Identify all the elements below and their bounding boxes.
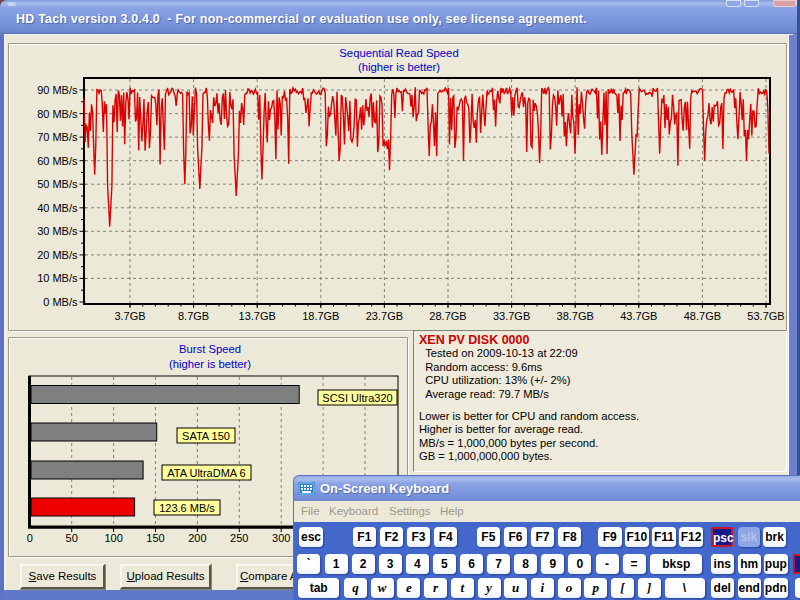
- svg-text:30 MB/s: 30 MB/s: [37, 225, 78, 237]
- svg-text:38.7GB: 38.7GB: [557, 310, 594, 322]
- svg-text:43.7GB: 43.7GB: [620, 310, 657, 322]
- svg-text:0 MB/s: 0 MB/s: [43, 296, 78, 308]
- svg-text:Sequential Read Speed: Sequential Read Speed: [339, 47, 458, 59]
- svg-text:ATA UltraDMA 6: ATA UltraDMA 6: [167, 467, 245, 479]
- svg-text:28.7GB: 28.7GB: [429, 310, 466, 322]
- svg-text:300: 300: [272, 532, 290, 544]
- svg-text:20 MB/s: 20 MB/s: [37, 249, 78, 261]
- svg-text:150: 150: [146, 532, 164, 544]
- svg-text:18.7GB: 18.7GB: [302, 310, 339, 322]
- svg-text:123.6 MB/s: 123.6 MB/s: [159, 502, 215, 514]
- svg-text:10 MB/s: 10 MB/s: [37, 272, 78, 284]
- svg-text:250: 250: [230, 532, 248, 544]
- svg-text:Burst Speed: Burst Speed: [179, 343, 241, 355]
- svg-text:100: 100: [104, 532, 122, 544]
- svg-text:53.7GB: 53.7GB: [747, 310, 784, 322]
- svg-text:48.7GB: 48.7GB: [684, 310, 721, 322]
- svg-text:70 MB/s: 70 MB/s: [37, 131, 78, 143]
- svg-text:200: 200: [188, 532, 206, 544]
- svg-text:SATA 150: SATA 150: [182, 430, 230, 442]
- svg-text:50: 50: [66, 532, 78, 544]
- svg-text:SCSI Ultra320: SCSI Ultra320: [322, 392, 392, 404]
- svg-text:90 MB/s: 90 MB/s: [37, 84, 78, 96]
- svg-text:23.7GB: 23.7GB: [366, 310, 403, 322]
- svg-text:13.7GB: 13.7GB: [239, 310, 276, 322]
- svg-text:8.7GB: 8.7GB: [178, 310, 209, 322]
- svg-text:60 MB/s: 60 MB/s: [37, 155, 78, 167]
- svg-text:50 MB/s: 50 MB/s: [37, 178, 78, 190]
- svg-text:80 MB/s: 80 MB/s: [37, 108, 78, 120]
- svg-text:33.7GB: 33.7GB: [493, 310, 530, 322]
- svg-text:0: 0: [27, 532, 33, 544]
- svg-text:3.7GB: 3.7GB: [114, 310, 145, 322]
- svg-text:40 MB/s: 40 MB/s: [37, 202, 78, 214]
- svg-text:(higher is better): (higher is better): [169, 358, 251, 370]
- svg-text:(higher is better): (higher is better): [358, 61, 440, 73]
